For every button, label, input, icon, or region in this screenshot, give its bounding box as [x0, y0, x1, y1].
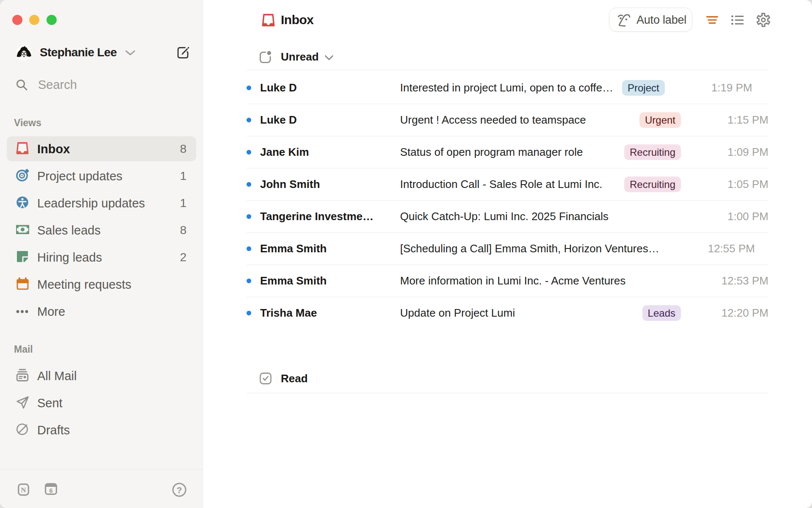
svg-text:6: 6	[49, 487, 52, 494]
svg-text:?: ?	[177, 485, 182, 495]
svg-text:N: N	[21, 486, 26, 494]
